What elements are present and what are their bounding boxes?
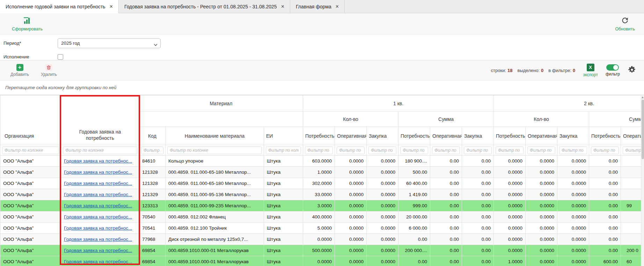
q1-qty-operative-cell: 0.0000 <box>335 200 367 211</box>
column-header-unit[interactable]: ЕИ <box>264 127 303 145</box>
q2-sum-operative-cell <box>621 234 641 245</box>
filter-input[interactable] <box>496 146 524 154</box>
filter-input-annual-request[interactable] <box>63 146 137 154</box>
q1-sum-need-cell: 6 000.00 <box>398 223 430 234</box>
q2-qty-need-cell: 0.0000 <box>494 178 526 189</box>
scroll-up-arrow-icon[interactable] <box>642 96 644 98</box>
tab-close-icon[interactable]: × <box>281 4 284 9</box>
filter-toggle[interactable]: фильтр <box>606 64 620 77</box>
material-name-cell: 000.4859. 012.100 Тройник <box>166 223 264 234</box>
column-header-operative[interactable]: Оперативная <box>526 127 557 145</box>
code-cell: 121329 <box>139 189 166 200</box>
organization-cell: ООО "Альфа" <box>0 256 61 266</box>
annual-request-link[interactable]: Годовая заявка на потребнос... <box>64 237 132 242</box>
filter-input[interactable] <box>432 146 460 154</box>
tab-execution-annual-request[interactable]: Исполнение годовой заявки на потребность… <box>0 0 119 13</box>
filter-input-unit[interactable] <box>266 146 301 154</box>
q2-qty-operative-cell: 0.0000 <box>526 234 557 245</box>
group-header-q1: 1 кв. <box>303 95 494 112</box>
filter-input[interactable] <box>591 146 619 154</box>
group-header-q1-qty: Кол-во <box>303 112 398 127</box>
column-header-annual-request[interactable]: Годовая заявка на потребность <box>61 95 139 145</box>
q1-sum-purchase-cell: 0.00 <box>462 256 494 266</box>
filter-input[interactable] <box>305 146 333 154</box>
q2-qty-purchase-cell: 0.0000 <box>557 234 589 245</box>
q2-sum-operative-cell <box>621 156 641 167</box>
q2-qty-purchase-cell: 0.0000 <box>557 211 589 223</box>
tab-close-icon[interactable]: × <box>110 4 113 9</box>
generate-button[interactable]: Сформировать <box>12 17 43 31</box>
annual-request-cell: Годовая заявка на потребнос... <box>61 189 139 200</box>
organization-cell: ООО "Альфа" <box>0 189 61 200</box>
q1-sum-need-cell: 999.00 <box>398 200 430 211</box>
annual-request-link[interactable]: Годовая заявка на потребнос... <box>64 192 132 197</box>
tab-label: Главная форма <box>296 4 331 9</box>
q2-qty-operative-cell: 0.0000 <box>526 223 557 234</box>
q2-sum-operative-cell: 200 0 <box>621 245 641 256</box>
delete-button[interactable]: Удалить <box>41 64 57 77</box>
q2-qty-need-cell: 0.0000 <box>494 156 526 167</box>
column-header-need[interactable]: Потребность <box>589 127 621 145</box>
annual-request-link[interactable]: Годовая заявка на потребнос... <box>64 248 132 253</box>
filter-input[interactable] <box>400 146 428 154</box>
column-header-code[interactable]: Код <box>139 127 166 145</box>
annual-request-link[interactable]: Годовая заявка на потребнос... <box>64 214 132 220</box>
column-header-purchase[interactable]: Закупка <box>462 127 494 145</box>
unit-cell: Штука <box>264 256 303 266</box>
q2-qty-need-cell: 0.0000 <box>494 245 526 256</box>
code-cell: 69854 <box>139 245 166 256</box>
code-cell: 77968 <box>139 234 166 245</box>
refresh-button[interactable]: Обновить <box>615 17 635 31</box>
column-header-need[interactable]: Потребность <box>494 127 526 145</box>
q2-qty-purchase-cell: 0.0000 <box>557 167 589 178</box>
annual-request-link[interactable]: Годовая заявка на потребнос... <box>64 158 132 164</box>
filter-input[interactable] <box>368 146 396 154</box>
column-header-organization[interactable]: Организация <box>0 95 61 145</box>
column-header-need[interactable]: Потребность <box>303 127 335 145</box>
organization-cell: ООО "Альфа" <box>0 245 61 256</box>
q2-sum-operative-cell <box>621 167 641 178</box>
tab-annual-request-registry[interactable]: Годовая заявка на потребность - Реестр о… <box>119 0 290 13</box>
column-header-purchase[interactable]: Закупка <box>367 127 398 145</box>
code-cell: 123313 <box>139 200 166 211</box>
vertical-scrollbar[interactable] <box>641 95 644 266</box>
filter-input-material-name[interactable] <box>167 146 262 154</box>
column-header-material-name[interactable]: Наименование материала <box>166 127 264 145</box>
filter-input-organization[interactable] <box>2 146 59 154</box>
annual-request-link[interactable]: Годовая заявка на потребнос... <box>64 225 132 231</box>
tab-close-icon[interactable]: × <box>336 4 339 9</box>
filter-input-code[interactable] <box>141 146 163 154</box>
filter-input[interactable] <box>623 146 641 154</box>
unit-cell: Штука <box>264 167 303 178</box>
filter-input[interactable] <box>527 146 555 154</box>
q2-sum-need-cell: 0.00 <box>589 234 621 245</box>
q2-qty-need-cell: 1.0000 <box>494 256 526 266</box>
column-header-purchase[interactable]: Закупка <box>557 127 589 145</box>
q2-sum-need-cell: 0.00 <box>589 223 621 234</box>
column-header-operative[interactable]: Оперативная <box>335 127 367 145</box>
filter-input[interactable] <box>337 146 365 154</box>
settings-gear-icon[interactable] <box>628 65 636 76</box>
filter-input[interactable] <box>464 146 492 154</box>
annual-request-link[interactable]: Годовая заявка на потребнос... <box>64 170 132 175</box>
annual-request-link[interactable]: Годовая заявка на потребнос... <box>64 259 132 264</box>
column-header-operative[interactable]: Оперативная <box>430 127 462 145</box>
execution-checkbox[interactable] <box>58 54 63 60</box>
material-name-cell: Кольцо упорное <box>166 156 264 167</box>
organization-cell: ООО "Альфа" <box>0 200 61 211</box>
q2-qty-operative-cell: 0.0000 <box>526 167 557 178</box>
filter-input[interactable] <box>559 146 587 154</box>
scrollbar-thumb[interactable] <box>642 100 644 159</box>
table-row: ООО "Альфа" Годовая заявка на потребнос.… <box>0 234 642 245</box>
add-button[interactable]: + Добавить <box>10 64 29 77</box>
column-header-need[interactable]: Потребность <box>398 127 430 145</box>
export-excel-button[interactable]: X экспорт <box>583 64 598 77</box>
annual-request-link[interactable]: Годовая заявка на потребнос... <box>64 203 132 208</box>
unit-cell: Штука <box>264 178 303 189</box>
annual-request-link[interactable]: Годовая заявка на потребнос... <box>64 181 132 186</box>
toggle-switch-icon[interactable] <box>606 64 619 71</box>
tab-main-form[interactable]: Главная форма × <box>290 0 345 13</box>
column-header-operative[interactable]: Оперативная <box>621 127 641 145</box>
period-select[interactable]: 2025 год <box>58 38 161 48</box>
tab-bar: Исполнение годовой заявки на потребность… <box>0 0 644 13</box>
